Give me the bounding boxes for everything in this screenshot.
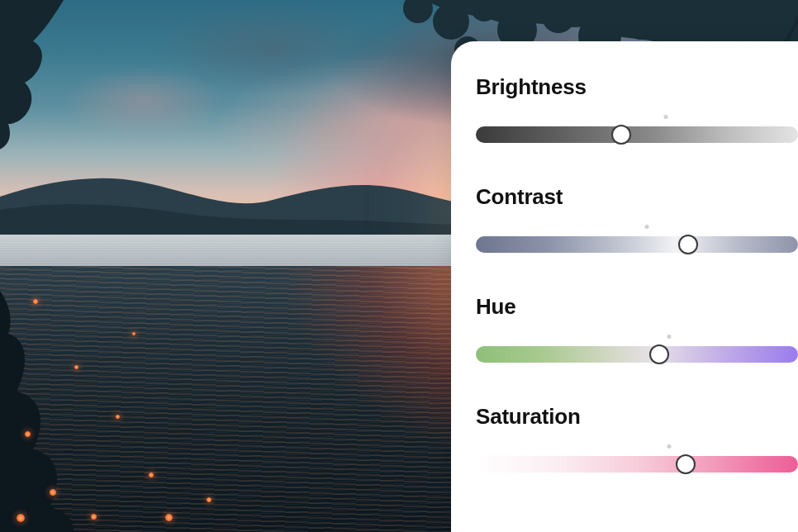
foliage-top-left <box>0 0 140 198</box>
adjustments-panel: Brightness Contrast Hue <box>451 41 798 532</box>
thumb-brightness[interactable] <box>611 125 631 145</box>
default-tick-saturation <box>667 444 672 449</box>
thumb-saturation[interactable] <box>676 454 696 474</box>
label-saturation: Saturation <box>476 404 798 430</box>
control-hue: Hue <box>476 294 798 366</box>
slider-hue[interactable] <box>476 346 798 366</box>
control-contrast: Contrast <box>476 184 798 256</box>
label-contrast: Contrast <box>476 184 798 210</box>
svg-point-5 <box>403 0 433 23</box>
control-saturation: Saturation <box>476 404 798 476</box>
svg-point-9 <box>542 0 575 33</box>
label-hue: Hue <box>476 294 798 320</box>
svg-point-2 <box>0 33 33 66</box>
track-contrast[interactable] <box>476 236 798 253</box>
default-tick-contrast <box>644 225 648 229</box>
default-tick-brightness <box>664 115 668 119</box>
control-brightness: Brightness <box>476 74 798 146</box>
slider-contrast[interactable] <box>476 236 798 256</box>
label-brightness: Brightness <box>476 74 798 100</box>
svg-point-11 <box>625 7 658 40</box>
thumb-hue[interactable] <box>649 344 669 364</box>
slider-saturation[interactable] <box>476 456 798 476</box>
slider-brightness[interactable] <box>476 126 798 146</box>
thumb-contrast[interactable] <box>678 235 698 254</box>
track-hue[interactable] <box>476 346 798 363</box>
svg-point-6 <box>433 3 469 40</box>
app-stage: Brightness Contrast Hue <box>0 0 798 532</box>
default-tick-hue <box>667 335 672 339</box>
track-brightness[interactable] <box>476 126 798 143</box>
track-saturation[interactable] <box>476 456 798 473</box>
